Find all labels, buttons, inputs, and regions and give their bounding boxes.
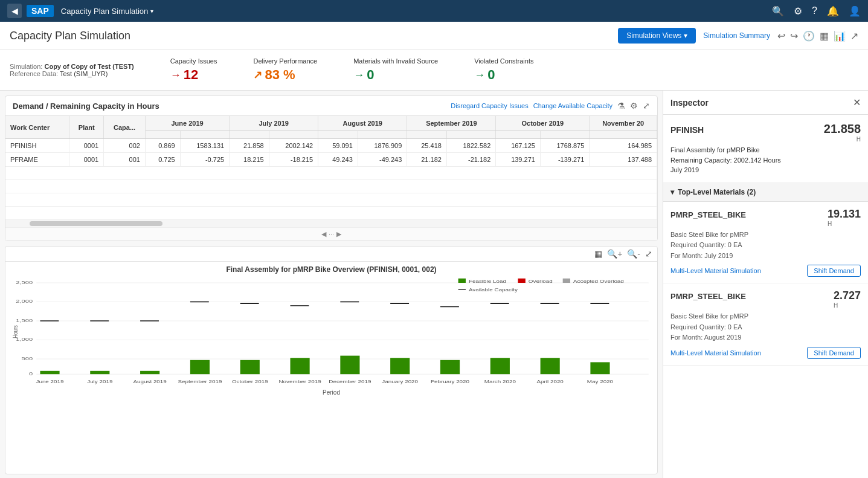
undo-icon[interactable]: ↩ xyxy=(777,30,785,42)
search-icon[interactable]: 🔍 xyxy=(772,5,784,17)
inspector-header: Inspector ✕ xyxy=(663,91,868,115)
col-header-july: July 2019 xyxy=(230,116,318,131)
material-2-name: PMRP_STEEL_BIKE xyxy=(670,292,746,301)
delivery-performance-kpi: Delivery Performance ↗ 83 % xyxy=(253,57,317,83)
nav-dropdown-icon[interactable]: ▾ xyxy=(150,8,153,15)
chart-section: ▦ 🔍+ 🔍- ⤢ Final Assembly for pMRP Bike O… xyxy=(5,246,658,474)
material-1-link[interactable]: Multi-Level Material Simulation xyxy=(670,267,761,274)
bar-sept xyxy=(190,360,210,374)
simulation-views-button[interactable]: Simulation Views ▾ xyxy=(618,28,696,44)
svg-rect-38 xyxy=(518,279,526,283)
table-row-empty xyxy=(5,207,657,220)
zoom-out-icon[interactable]: 🔍- xyxy=(627,249,640,259)
chart-view-icon[interactable]: 📊 xyxy=(834,30,846,42)
material-1-value: 19.131 xyxy=(828,208,861,221)
kpi-bar: Simulation: Copy of Copy of Test (TEST) … xyxy=(0,50,868,91)
col-header-workcenter: Work Center xyxy=(5,116,69,139)
inspector-item-desc: Final Assembly for pMRP Bike Remaining C… xyxy=(670,145,861,175)
capacity-issues-arrow: → xyxy=(170,69,181,82)
fullscreen-table-icon[interactable]: ⤢ xyxy=(643,101,650,111)
table-row[interactable]: PFINISH 0001 002 0.869 1583.131 21.858 2… xyxy=(5,139,657,153)
col-header-sept: September 2019 xyxy=(407,116,496,131)
col-header-august: August 2019 xyxy=(318,116,407,131)
main-content: Demand / Remaining Capacity in Hours Dis… xyxy=(0,91,868,478)
simulation-info: Simulation: Copy of Copy of Test (TEST) … xyxy=(10,63,134,77)
chart-title: Final Assembly for pMRP Bike Overview (P… xyxy=(5,262,657,277)
bar-dec xyxy=(340,356,359,375)
col-header-capa: Capa... xyxy=(104,116,146,139)
header-action-icons: ↩ ↪ 🕐 ▦ 📊 ↗ xyxy=(777,30,858,42)
inspector-title: Inspector xyxy=(670,98,853,108)
back-button[interactable]: ◀ xyxy=(7,4,22,18)
col-header-june: June 2019 xyxy=(145,116,229,131)
nav-title: Capacity Plan Simulation ▾ xyxy=(61,7,154,16)
bar-feb xyxy=(440,360,460,374)
bar-nov xyxy=(291,358,310,374)
svg-text:1,500: 1,500 xyxy=(16,317,33,323)
svg-text:September 2019: September 2019 xyxy=(178,379,222,384)
simulation-summary-link[interactable]: Simulation Summary xyxy=(703,31,770,40)
table-header-bar: Demand / Remaining Capacity in Hours Dis… xyxy=(5,96,657,116)
inspector-close-button[interactable]: ✕ xyxy=(853,97,861,108)
svg-text:October 2019: October 2019 xyxy=(232,379,268,384)
shift-demand-button-2[interactable]: Shift Demand xyxy=(807,347,861,359)
bar-jan xyxy=(390,358,410,374)
capacity-issues-kpi: Capacity Issues → 12 xyxy=(170,57,217,83)
bar-august xyxy=(140,371,159,374)
svg-text:November 2019: November 2019 xyxy=(279,379,321,384)
svg-text:Feasible Load: Feasible Load xyxy=(469,279,506,283)
materials-invalid-kpi: Materials with Invalid Source → 0 xyxy=(353,57,438,83)
svg-rect-36 xyxy=(458,279,466,283)
page-title: Capacity Plan Simulation xyxy=(10,30,611,42)
nav-bar: ◀ SAP Capacity Plan Simulation ▾ 🔍 ⚙ ? 🔔… xyxy=(0,0,868,22)
table-row[interactable]: PFRAME 0001 001 0.725 -0.725 18.215 -18.… xyxy=(5,153,657,167)
chart-area: 2,500 2,000 1,500 1,000 500 0 Hours xyxy=(5,277,657,474)
settings-icon[interactable]: ⚙ xyxy=(794,5,802,17)
scroll-right-btn[interactable]: ▶ xyxy=(336,230,341,238)
scroll-dots: ··· xyxy=(329,230,334,238)
grid-view-icon[interactable]: ▦ xyxy=(820,30,829,42)
bar-oct xyxy=(240,360,260,374)
inspector-section-header: ▾ Top-Level Materials (2) xyxy=(663,183,868,202)
chart-table-icon[interactable]: ▦ xyxy=(594,249,602,259)
material-2-value: 2.727 xyxy=(834,289,861,302)
expand-icon[interactable]: ↗ xyxy=(850,30,858,42)
chart-toolbar: ▦ 🔍+ 🔍- ⤢ xyxy=(5,247,657,262)
zoom-in-icon[interactable]: 🔍+ xyxy=(607,249,622,259)
section-collapse-icon[interactable]: ▾ xyxy=(670,188,674,196)
bar-mar xyxy=(490,358,510,374)
bar-may xyxy=(590,362,609,374)
demand-capacity-table-section: Demand / Remaining Capacity in Hours Dis… xyxy=(5,95,658,241)
scroll-left-btn[interactable]: ◀ xyxy=(321,230,326,238)
svg-text:August 2019: August 2019 xyxy=(133,379,167,384)
chart-fullscreen-icon[interactable]: ⤢ xyxy=(645,249,652,259)
svg-text:December 2019: December 2019 xyxy=(329,379,371,384)
svg-text:March 2020: March 2020 xyxy=(484,379,516,384)
help-icon[interactable]: ? xyxy=(812,5,817,16)
violated-constraints-kpi: Violated Constraints → 0 xyxy=(474,57,533,83)
user-icon[interactable]: 👤 xyxy=(849,5,861,17)
materials-arrow: → xyxy=(353,69,364,82)
redo-icon[interactable]: ↪ xyxy=(790,30,798,42)
svg-text:2,000: 2,000 xyxy=(16,299,33,304)
nav-icons: 🔍 ⚙ ? 🔔 👤 xyxy=(772,5,861,17)
table-section-title: Demand / Remaining Capacity in Hours xyxy=(13,102,446,111)
filter-icon[interactable]: ⚗ xyxy=(617,101,625,111)
col-header-nov: November 20 xyxy=(590,116,657,131)
change-available-capacity-link[interactable]: Change Available Capacity xyxy=(533,102,612,109)
chart-svg: 2,500 2,000 1,500 1,000 500 0 Hours xyxy=(10,277,652,386)
material-item-2: PMRP_STEEL_BIKE 2.727 H Basic Steel Bike… xyxy=(663,283,868,366)
inspector-main-item: PFINISH 21.858 H Final Assembly for pMRP… xyxy=(663,115,868,183)
settings-table-icon[interactable]: ⚙ xyxy=(630,101,638,111)
material-1-name: PMRP_STEEL_BIKE xyxy=(670,210,746,219)
capacity-issues-value: 12 xyxy=(184,67,198,83)
shift-demand-button-1[interactable]: Shift Demand xyxy=(807,265,861,277)
bar-july xyxy=(90,371,109,374)
notification-icon[interactable]: 🔔 xyxy=(827,5,839,17)
material-2-link[interactable]: Multi-Level Material Simulation xyxy=(670,349,761,357)
delivery-value: 83 % xyxy=(265,67,295,83)
svg-text:Available Capacity: Available Capacity xyxy=(469,288,518,292)
clock-icon[interactable]: 🕐 xyxy=(803,30,815,42)
disregard-capacity-link[interactable]: Disregard Capacity Issues xyxy=(451,102,528,109)
demand-capacity-table: Work Center Plant Capa... June 2019 July… xyxy=(5,116,657,220)
